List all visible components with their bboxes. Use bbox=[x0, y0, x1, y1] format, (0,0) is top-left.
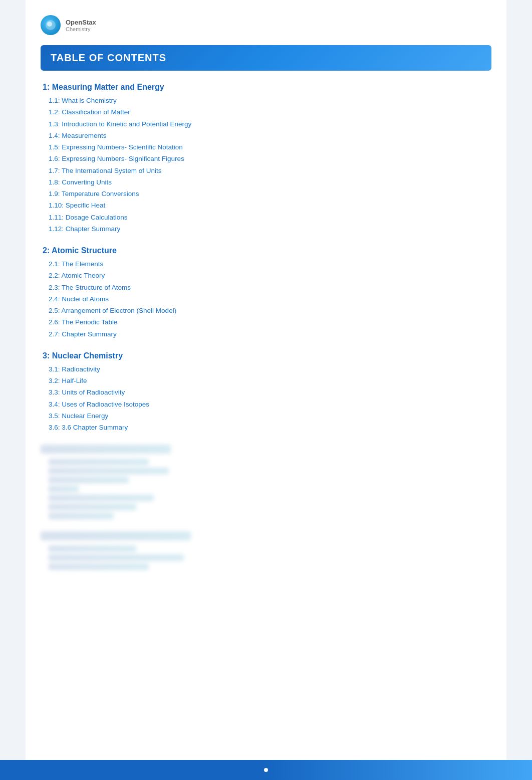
chapter-2-items: 2.1: The Elements 2.2: Atomic Theory 2.3… bbox=[41, 259, 491, 339]
chapter-3-2-link[interactable]: 3.2: Half-Life bbox=[49, 377, 87, 384]
chapter-2-6-link[interactable]: 2.6: The Periodic Table bbox=[49, 318, 118, 326]
toc-header-title: TABLE OF CONTENTS bbox=[51, 52, 166, 63]
list-item[interactable]: 1.6: Expressing Numbers- Significant Fig… bbox=[49, 154, 491, 164]
list-item[interactable]: 3.3: Units of Radioactivity bbox=[49, 387, 491, 398]
list-item[interactable]: 1.10: Specific Heat bbox=[49, 201, 491, 211]
chapter-1-8-link[interactable]: 1.8: Converting Units bbox=[49, 178, 112, 186]
chapter-1-1-link[interactable]: 1.1: What is Chemistry bbox=[49, 97, 117, 104]
chapter-3-6-link[interactable]: 3.6: 3.6 Chapter Summary bbox=[49, 424, 128, 431]
logo-icon bbox=[41, 15, 61, 35]
chapter-1-10-link[interactable]: 1.10: Specific Heat bbox=[49, 202, 105, 209]
logo-line2: Chemistry bbox=[66, 26, 96, 32]
list-item[interactable]: 2.5: Arrangement of Electron (Shell Mode… bbox=[49, 306, 491, 316]
list-item[interactable]: 2.6: The Periodic Table bbox=[49, 317, 491, 327]
list-item[interactable]: 1.12: Chapter Summary bbox=[49, 224, 491, 234]
bottom-bar bbox=[0, 760, 532, 780]
list-item[interactable]: 1.7: The International System of Units bbox=[49, 166, 491, 176]
chapter-1-5-link[interactable]: 1.5: Expressing Numbers- Scientific Nota… bbox=[49, 143, 183, 151]
logo-line1: OpenStax bbox=[66, 19, 96, 26]
list-item[interactable]: 1.1: What is Chemistry bbox=[49, 96, 491, 106]
list-item[interactable]: 2.2: Atomic Theory bbox=[49, 271, 491, 281]
blurred-section-2 bbox=[41, 531, 491, 570]
chapter-2-section: 2: Atomic Structure 2.1: The Elements 2.… bbox=[41, 246, 491, 339]
list-item[interactable]: 1.8: Converting Units bbox=[49, 177, 491, 187]
list-item[interactable]: 2.1: The Elements bbox=[49, 259, 491, 269]
chapter-1-3-link[interactable]: 1.3: Introduction to Kinetic and Potenti… bbox=[49, 120, 191, 128]
list-item[interactable]: 1.2: Classification of Matter bbox=[49, 107, 491, 117]
chapter-1-9-link[interactable]: 1.9: Temperature Conversions bbox=[49, 190, 139, 198]
chapter-3-5-link[interactable]: 3.5: Nuclear Energy bbox=[49, 412, 108, 420]
chapter-1-6-link[interactable]: 1.6: Expressing Numbers- Significant Fig… bbox=[49, 155, 184, 162]
chapter-1-section: 1: Measuring Matter and Energy 1.1: What… bbox=[41, 83, 491, 234]
logo-area: OpenStax Chemistry bbox=[41, 10, 491, 35]
chapter-3-title: 3: Nuclear Chemistry bbox=[41, 351, 491, 360]
chapter-1-12-link[interactable]: 1.12: Chapter Summary bbox=[49, 225, 120, 233]
chapter-3-items: 3.1: Radioactivity 3.2: Half-Life 3.3: U… bbox=[41, 364, 491, 433]
chapter-1-title: 1: Measuring Matter and Energy bbox=[41, 83, 491, 92]
toc-header: TABLE OF CONTENTS bbox=[41, 45, 491, 71]
chapter-1-2-link[interactable]: 1.2: Classification of Matter bbox=[49, 108, 130, 116]
chapter-2-3-link[interactable]: 2.3: The Structure of Atoms bbox=[49, 284, 131, 291]
list-item[interactable]: 3.5: Nuclear Energy bbox=[49, 411, 491, 421]
list-item[interactable]: 3.2: Half-Life bbox=[49, 376, 491, 386]
logo-text-area: OpenStax Chemistry bbox=[66, 19, 96, 32]
page-wrapper: OpenStax Chemistry TABLE OF CONTENTS 1: … bbox=[26, 0, 506, 780]
chapter-2-4-link[interactable]: 2.4: Nuclei of Atoms bbox=[49, 295, 109, 303]
blurred-section-1 bbox=[41, 445, 491, 519]
chapter-3-1-link[interactable]: 3.1: Radioactivity bbox=[49, 365, 100, 373]
list-item[interactable]: 2.3: The Structure of Atoms bbox=[49, 283, 491, 293]
chapter-2-7-link[interactable]: 2.7: Chapter Summary bbox=[49, 330, 117, 338]
chapter-3-3-link[interactable]: 3.3: Units of Radioactivity bbox=[49, 388, 125, 396]
list-item[interactable]: 2.4: Nuclei of Atoms bbox=[49, 294, 491, 304]
list-item[interactable]: 1.4: Measurements bbox=[49, 131, 491, 141]
bottom-bar-center-dot bbox=[264, 768, 268, 772]
chapter-1-items: 1.1: What is Chemistry 1.2: Classificati… bbox=[41, 96, 491, 234]
chapter-2-5-link[interactable]: 2.5: Arrangement of Electron (Shell Mode… bbox=[49, 307, 176, 314]
chapter-2-2-link[interactable]: 2.2: Atomic Theory bbox=[49, 272, 105, 279]
list-item[interactable]: 1.5: Expressing Numbers- Scientific Nota… bbox=[49, 142, 491, 152]
chapter-1-4-link[interactable]: 1.4: Measurements bbox=[49, 132, 107, 139]
list-item[interactable]: 3.1: Radioactivity bbox=[49, 364, 491, 374]
list-item[interactable]: 2.7: Chapter Summary bbox=[49, 329, 491, 339]
list-item[interactable]: 1.3: Introduction to Kinetic and Potenti… bbox=[49, 119, 491, 129]
list-item[interactable]: 3.6: 3.6 Chapter Summary bbox=[49, 423, 491, 433]
list-item[interactable]: 1.9: Temperature Conversions bbox=[49, 189, 491, 199]
list-item[interactable]: 1.11: Dosage Calculations bbox=[49, 213, 491, 223]
chapter-3-section: 3: Nuclear Chemistry 3.1: Radioactivity … bbox=[41, 351, 491, 433]
chapter-2-title: 2: Atomic Structure bbox=[41, 246, 491, 255]
svg-point-1 bbox=[47, 22, 52, 27]
chapter-1-7-link[interactable]: 1.7: The International System of Units bbox=[49, 167, 162, 174]
list-item[interactable]: 3.4: Uses of Radioactive Isotopes bbox=[49, 400, 491, 410]
chapter-2-1-link[interactable]: 2.1: The Elements bbox=[49, 260, 103, 268]
chapter-3-4-link[interactable]: 3.4: Uses of Radioactive Isotopes bbox=[49, 401, 149, 408]
chapter-1-11-link[interactable]: 1.11: Dosage Calculations bbox=[49, 214, 128, 221]
